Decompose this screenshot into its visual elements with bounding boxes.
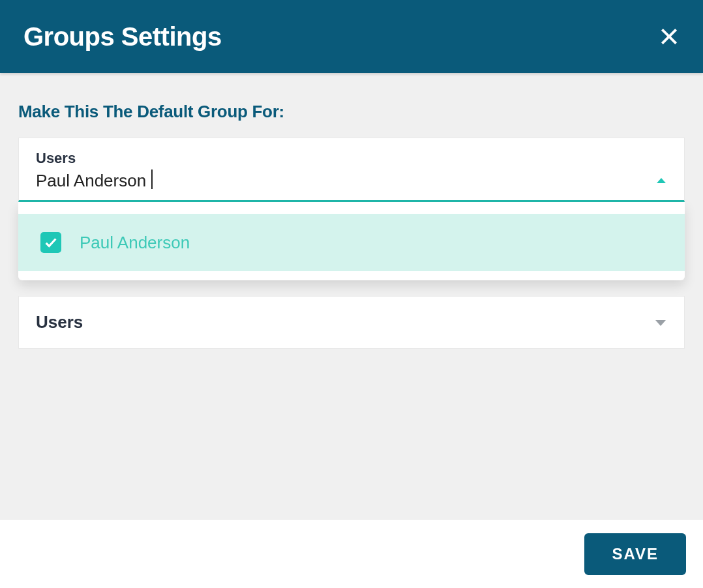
close-icon[interactable] <box>659 26 680 47</box>
users-dropdown: Paul Anderson <box>18 202 685 280</box>
modal-body: Make This The Default Group For: Users P… <box>0 73 703 519</box>
chevron-down-icon[interactable] <box>654 319 667 327</box>
users-option[interactable]: Paul Anderson <box>18 214 685 271</box>
section-label: Make This The Default Group For: <box>18 102 685 122</box>
svg-marker-2 <box>657 178 666 183</box>
chevron-up-icon[interactable] <box>655 177 667 184</box>
users-select-label: Users <box>36 150 667 167</box>
secondary-users-select-label: Users <box>36 312 83 332</box>
checkbox-checked-icon[interactable] <box>40 232 61 253</box>
text-cursor <box>151 169 153 189</box>
users-select[interactable]: Users Paul Anderson <box>18 138 685 202</box>
modal-footer: SAVE <box>0 519 703 588</box>
users-select-value-row: Paul Anderson <box>36 169 667 191</box>
modal-header: Groups Settings <box>0 0 703 73</box>
groups-settings-modal: Groups Settings Make This The Default Gr… <box>0 0 703 588</box>
users-select-value: Paul Anderson <box>36 169 153 191</box>
modal-title: Groups Settings <box>23 22 222 51</box>
secondary-users-select[interactable]: Users <box>18 296 685 349</box>
users-option-label: Paul Anderson <box>80 233 190 253</box>
svg-marker-3 <box>655 320 666 326</box>
save-button[interactable]: SAVE <box>584 533 686 575</box>
users-select-value-text: Paul Anderson <box>36 171 146 190</box>
